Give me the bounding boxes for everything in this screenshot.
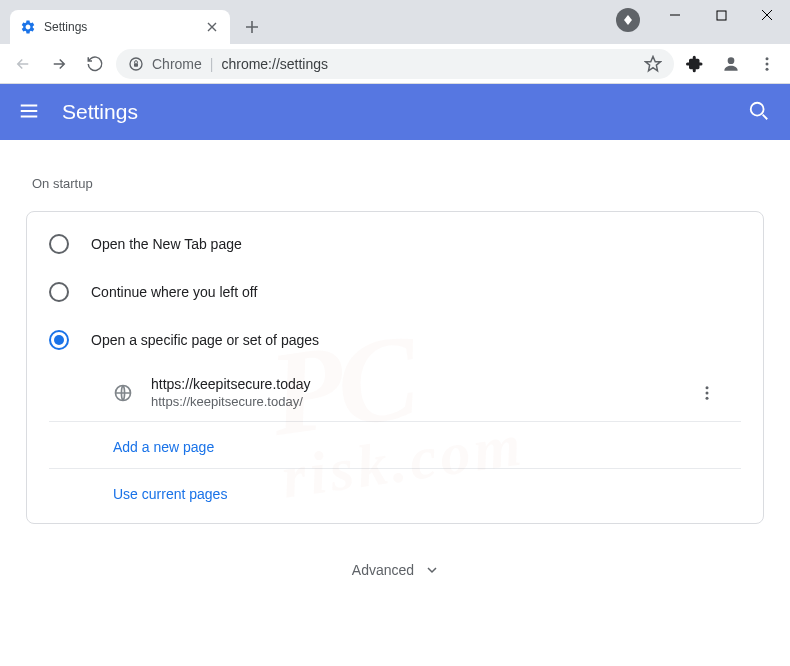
close-window-button[interactable] — [744, 0, 790, 30]
chevron-down-icon — [426, 564, 438, 576]
page-info: https://keepitsecure.today https://keepi… — [151, 376, 677, 409]
lock-icon — [128, 56, 144, 72]
extensions-button[interactable] — [680, 49, 710, 79]
tab-title: Settings — [44, 20, 196, 34]
window-titlebar: Settings — [0, 0, 790, 44]
settings-gear-icon — [20, 19, 36, 35]
forward-button[interactable] — [44, 49, 74, 79]
svg-rect-0 — [717, 11, 726, 20]
minimize-button[interactable] — [652, 0, 698, 30]
settings-header: Settings — [0, 84, 790, 140]
svg-point-6 — [766, 67, 769, 70]
use-current-row[interactable]: Use current pages — [49, 469, 741, 515]
omnibox-divider: | — [210, 56, 214, 72]
svg-point-4 — [766, 57, 769, 60]
omnibox-url: chrome://settings — [221, 56, 636, 72]
window-controls — [652, 0, 790, 30]
radio-icon[interactable] — [49, 282, 69, 302]
startup-option-newtab[interactable]: Open the New Tab page — [27, 220, 763, 268]
option-label: Continue where you left off — [91, 284, 257, 300]
star-icon[interactable] — [644, 55, 662, 73]
use-current-link[interactable]: Use current pages — [113, 486, 227, 502]
startup-option-continue[interactable]: Continue where you left off — [27, 268, 763, 316]
hamburger-menu-icon[interactable] — [18, 100, 42, 124]
back-button[interactable] — [8, 49, 38, 79]
browser-tab[interactable]: Settings — [10, 10, 230, 44]
option-label: Open a specific page or set of pages — [91, 332, 319, 348]
svg-point-7 — [751, 103, 764, 116]
startup-option-specific[interactable]: Open a specific page or set of pages — [27, 316, 763, 364]
svg-point-5 — [766, 62, 769, 65]
svg-point-3 — [728, 57, 735, 64]
page-url: https://keepitsecure.today/ — [151, 394, 677, 409]
header-title: Settings — [62, 100, 748, 124]
svg-rect-2 — [134, 63, 138, 66]
add-page-row[interactable]: Add a new page — [49, 422, 741, 469]
new-tab-button[interactable] — [238, 13, 266, 41]
profile-badge-icon[interactable] — [616, 8, 640, 32]
settings-content: PCrisk.com On startup Open the New Tab p… — [0, 140, 790, 666]
svg-point-11 — [706, 396, 709, 399]
option-label: Open the New Tab page — [91, 236, 242, 252]
svg-point-9 — [706, 386, 709, 389]
kebab-menu-button[interactable] — [752, 49, 782, 79]
maximize-button[interactable] — [698, 0, 744, 30]
profile-button[interactable] — [716, 49, 746, 79]
tab-close-icon[interactable] — [204, 19, 220, 35]
add-page-link[interactable]: Add a new page — [113, 439, 214, 455]
svg-point-10 — [706, 391, 709, 394]
advanced-label: Advanced — [352, 562, 414, 578]
browser-toolbar: Chrome | chrome://settings — [0, 44, 790, 84]
reload-button[interactable] — [80, 49, 110, 79]
section-title: On startup — [32, 176, 764, 191]
address-bar[interactable]: Chrome | chrome://settings — [116, 49, 674, 79]
page-actions-button[interactable] — [695, 381, 719, 405]
radio-icon[interactable] — [49, 330, 69, 350]
startup-card: Open the New Tab page Continue where you… — [26, 211, 764, 524]
omnibox-chip: Chrome — [152, 56, 202, 72]
radio-icon[interactable] — [49, 234, 69, 254]
startup-page-row: https://keepitsecure.today https://keepi… — [49, 364, 741, 422]
globe-icon — [113, 383, 133, 403]
search-icon[interactable] — [748, 100, 772, 124]
page-title: https://keepitsecure.today — [151, 376, 677, 392]
advanced-toggle[interactable]: Advanced — [26, 562, 764, 578]
